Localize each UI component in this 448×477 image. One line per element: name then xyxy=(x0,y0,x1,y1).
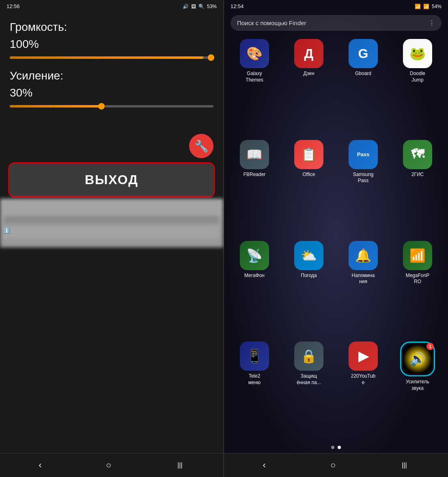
app-label-megafon-pro: MegaFonP RO xyxy=(406,273,430,285)
app-label-doodle-jump: Doodle Jump xyxy=(410,71,425,83)
app-icon-reminder: 🔔 xyxy=(349,241,378,270)
more-options-icon[interactable]: ⋮ xyxy=(429,19,435,27)
exit-button[interactable]: ВЫХОД xyxy=(8,162,215,198)
nav-bar-right: ‹ ○ ⫼ xyxy=(224,453,448,477)
app-item-safe[interactable]: 🔒Защищ ённая па... xyxy=(283,338,334,442)
app-icon-samsung-pass: Pass xyxy=(349,140,378,169)
back-button-right[interactable]: ‹ xyxy=(263,460,266,471)
battery-left: 53% xyxy=(207,4,217,9)
app-icon-amp: 🔊1 xyxy=(403,344,432,374)
battery-right: 54% xyxy=(432,4,442,9)
blurred-row-2 xyxy=(4,216,219,224)
app-icon-galaxy-themes: 🎨 xyxy=(240,39,269,68)
app-icon-dzen: Д xyxy=(294,39,323,68)
badge-amp: 1 xyxy=(426,343,434,350)
app-label-2gis: 2ГИС xyxy=(411,172,424,178)
app-label-samsung-pass: Samsung Pass xyxy=(353,172,374,184)
home-button-left[interactable]: ○ xyxy=(106,460,111,471)
app-icon-office: 📋 xyxy=(294,140,323,169)
app-item-samsung-pass[interactable]: PassSamsung Pass xyxy=(338,137,389,234)
boost-slider-fill xyxy=(10,105,101,107)
signal-icon: 📶 xyxy=(423,4,429,9)
app-label-safe: Защищ ённая па... xyxy=(297,373,321,386)
wrench-icon[interactable]: 🔧 xyxy=(189,134,213,158)
home-button-right[interactable]: ○ xyxy=(330,460,336,471)
search-bar-text: Поиск с помощью Finder xyxy=(237,19,306,26)
blurred-row-3 xyxy=(4,226,219,238)
boost-value: 30% xyxy=(10,86,213,99)
status-bar-right: 12:54 📶 📶 54% xyxy=(224,0,448,13)
image-icon: 🖼 xyxy=(191,4,196,9)
app-label-fbreader: FBReader xyxy=(243,172,266,178)
app-item-megafon[interactable]: 📡МегаФон xyxy=(229,238,280,335)
app-label-gboard: Gboard xyxy=(355,71,371,77)
app-item-megafon-pro[interactable]: 📶MegaFonP RO xyxy=(392,238,443,335)
right-phone: 12:54 📶 📶 54% Поиск с помощью Finder ⋮ 🎨… xyxy=(224,0,448,477)
status-icons-right: 📶 📶 54% xyxy=(415,4,442,9)
search-icon: 🔍 xyxy=(198,4,205,9)
recents-button-right[interactable]: ⫼ xyxy=(400,460,409,471)
wifi-icon: 📶 xyxy=(415,4,421,9)
app-label-reminder: Напомина ния xyxy=(352,273,375,285)
back-button-left[interactable]: ‹ xyxy=(39,460,41,471)
app-item-dzen[interactable]: ДДзен xyxy=(283,36,334,133)
app-item-220[interactable]: ▶220YouTub e xyxy=(338,338,389,442)
app-icon-gboard: G xyxy=(349,39,378,68)
app-label-office: Office xyxy=(302,172,315,178)
app-label-weather: Погода xyxy=(301,273,317,279)
app-label-dzen: Дзен xyxy=(303,71,314,77)
nav-bar-left: ‹ ○ ⫼ xyxy=(0,453,223,477)
app-item-amp[interactable]: 🔊1Усилитель звука xyxy=(392,338,443,442)
boost-label: Усиление: xyxy=(10,69,213,82)
time-right: 12:54 xyxy=(230,3,244,9)
boost-slider[interactable] xyxy=(10,105,213,107)
boost-slider-thumb[interactable] xyxy=(98,103,105,110)
app-item-doodle-jump[interactable]: 🐸Doodle Jump xyxy=(392,36,443,133)
app-label-amp: Усилитель звука xyxy=(406,379,429,391)
app-icon-tele2: 📱 xyxy=(240,342,269,371)
app-item-galaxy-themes[interactable]: 🎨Galaxy Themes xyxy=(229,36,280,133)
app-label-220: 220YouTub e xyxy=(351,373,376,386)
app-icon-doodle-jump: 🐸 xyxy=(403,39,432,68)
volume-value: 100% xyxy=(10,38,213,51)
sound-icon: 🔊 xyxy=(183,4,189,9)
volume-slider-fill xyxy=(10,56,203,59)
search-bar[interactable]: Поиск с помощью Finder ⋮ xyxy=(230,15,442,31)
app-item-gboard[interactable]: GGboard xyxy=(338,36,389,133)
app-icon-fbreader: 📖 xyxy=(240,140,269,169)
app-icon-weather: ⛅ xyxy=(294,241,323,270)
info-badge: ℹ️✕ xyxy=(3,227,10,240)
left-phone: 12:56 🔊 🖼 🔍 53% Громкость: 100% Усиление… xyxy=(0,0,224,477)
app-label-galaxy-themes: Galaxy Themes xyxy=(246,71,263,83)
app-icon-220: ▶ xyxy=(349,342,378,371)
app-item-2gis[interactable]: 🗺2ГИС xyxy=(392,137,443,234)
app-item-weather[interactable]: ⛅Погода xyxy=(283,238,334,335)
page-dots xyxy=(224,442,448,453)
app-label-tele2: Tele2 меню xyxy=(248,373,261,386)
app-item-office[interactable]: 📋Office xyxy=(283,137,334,234)
blurred-content xyxy=(0,199,223,247)
page-dot-2 xyxy=(338,446,341,449)
recents-button-left[interactable]: ⫼ xyxy=(176,460,185,471)
app-label-megafon: МегаФон xyxy=(244,273,265,279)
blurred-row-1 xyxy=(4,201,219,213)
status-icons-left: 🔊 🖼 🔍 53% xyxy=(183,4,217,9)
wrench-icon-container: 🔧 xyxy=(189,134,213,158)
app-icon-megafon-pro: 📶 xyxy=(403,241,432,270)
app-item-tele2[interactable]: 📱Tele2 меню xyxy=(229,338,280,442)
app-icon-2gis: 🗺 xyxy=(403,140,432,169)
app-icon-safe: 🔒 xyxy=(294,342,323,371)
app-item-reminder[interactable]: 🔔Напомина ния xyxy=(338,238,389,335)
volume-slider-thumb[interactable] xyxy=(208,54,214,61)
time-left: 12:56 xyxy=(6,3,20,9)
app-item-fbreader[interactable]: 📖FBReader xyxy=(229,137,280,234)
page-dot-1 xyxy=(331,446,334,449)
volume-slider[interactable] xyxy=(10,56,213,59)
exit-button-container: ВЫХОД xyxy=(8,162,215,198)
status-bar-left: 12:56 🔊 🖼 🔍 53% xyxy=(0,0,223,13)
volume-label: Громкость: xyxy=(10,21,213,34)
app-icon-megafon: 📡 xyxy=(240,241,269,270)
apps-grid: 🎨Galaxy ThemesДДзенGGboard🐸Doodle Jump📖F… xyxy=(224,36,448,442)
